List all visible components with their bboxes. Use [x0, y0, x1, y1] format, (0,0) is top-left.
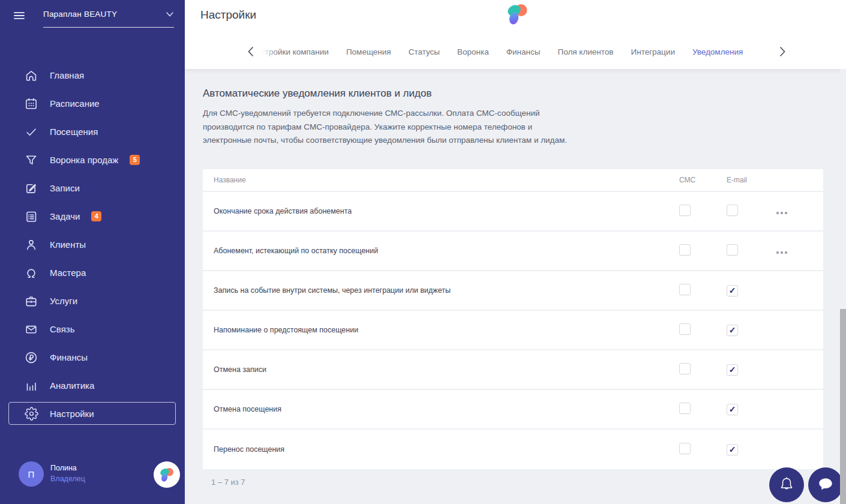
- paraplan-logo: [506, 2, 530, 29]
- tab-rooms[interactable]: Помещения: [346, 47, 391, 56]
- table-row: Напоминание о предстоящем посещении: [203, 311, 823, 350]
- tab-notifications[interactable]: Уведомления: [692, 47, 743, 56]
- tabs-bar: стройки компанииПомещенияСтатусыВоронкаФ…: [185, 37, 846, 66]
- funnel-icon: [24, 153, 38, 167]
- sms-checkbox[interactable]: [679, 244, 691, 256]
- sms-checkbox[interactable]: [679, 323, 691, 335]
- page-title: Настройки: [200, 8, 256, 22]
- table-row: Запись на событие внутри системы, через …: [203, 271, 823, 311]
- user-name: Полина: [50, 464, 77, 472]
- tab-finance[interactable]: Финансы: [506, 47, 541, 56]
- email-checkbox[interactable]: [727, 444, 738, 455]
- row-name: Напоминание о предстоящем посещении: [214, 326, 679, 334]
- tab-integrations[interactable]: Интеграции: [631, 47, 674, 56]
- pagination-label: 1 – 7 из 7: [211, 478, 245, 487]
- sms-checkbox[interactable]: [679, 443, 691, 454]
- sidebar-item-finance[interactable]: Финансы: [0, 343, 185, 371]
- sms-checkbox[interactable]: [679, 403, 691, 414]
- tab-funnel[interactable]: Воронка: [457, 47, 489, 56]
- hamburger-icon: [11, 8, 27, 23]
- table-row: Окончание срока действия абонемента: [203, 192, 823, 232]
- scrollbar-thumb[interactable]: [840, 309, 846, 504]
- tabs-list: стройки компанииПомещенияСтатусыВоронкаФ…: [261, 47, 743, 56]
- email-checkbox[interactable]: [727, 325, 738, 336]
- sidebar-item-clients[interactable]: Клиенты: [0, 230, 185, 259]
- row-menu-button[interactable]: [774, 251, 787, 254]
- check-icon: [24, 125, 38, 139]
- row-name: Абонемент, истекающий по остатку посещен…: [214, 247, 679, 255]
- sidebar-item-sales-funnel[interactable]: Воронка продаж 5: [0, 146, 185, 174]
- home-icon: [24, 68, 38, 83]
- section-heading: Автоматические уведомления клиентов и ли…: [203, 88, 431, 100]
- company-name: Параплан BEAUTY: [43, 10, 117, 19]
- table-header-row: Название СМС E-mail: [203, 169, 823, 192]
- row-name: Окончание срока действия абонемента: [214, 207, 679, 215]
- sidebar-item-analytics[interactable]: Аналитика: [0, 371, 185, 400]
- tabs-scroll-right-button[interactable]: [776, 44, 788, 59]
- sidebar-top: Параплан BEAUTY: [0, 0, 185, 35]
- row-menu-button[interactable]: [774, 212, 787, 214]
- sidebar-item-communication[interactable]: Связь: [0, 315, 185, 343]
- column-header-sms: СМС: [679, 176, 727, 184]
- briefcase-icon: [24, 294, 38, 308]
- email-checkbox[interactable]: [727, 244, 738, 256]
- column-header-email: E-mail: [727, 176, 774, 184]
- notifications-table: Название СМС E-mail Окончание срока дейс…: [203, 169, 823, 469]
- badge: 5: [130, 155, 140, 165]
- tab-company-settings[interactable]: стройки компании: [261, 47, 329, 56]
- chevron-right-icon: [779, 46, 786, 57]
- calendar-icon: [24, 97, 38, 111]
- sidebar-item-masters[interactable]: Мастера: [0, 259, 185, 287]
- chevron-down-icon: [166, 11, 174, 17]
- sidebar-item-home[interactable]: Главная: [0, 61, 185, 89]
- table-row: Абонемент, истекающий по остатку посещен…: [203, 232, 823, 271]
- mail-icon: [24, 322, 38, 337]
- sms-checkbox[interactable]: [679, 363, 691, 374]
- row-name: Отмена записи: [214, 365, 679, 374]
- avatar[interactable]: П: [19, 461, 44, 487]
- paraplan-logo-button[interactable]: [154, 461, 180, 488]
- sms-checkbox[interactable]: [679, 205, 691, 216]
- row-name: Запись на событие внутри системы, через …: [214, 286, 679, 295]
- email-checkbox[interactable]: [727, 404, 738, 415]
- user-role: Владелец: [50, 475, 85, 483]
- chart-icon: [24, 379, 38, 393]
- sidebar-item-tasks[interactable]: Задачи 4: [0, 202, 185, 230]
- master-icon: [24, 266, 38, 280]
- notifications-fab-button[interactable]: [769, 467, 804, 502]
- sidebar-item-settings[interactable]: Настройки: [0, 400, 185, 428]
- sidebar-item-visits[interactable]: Посещения: [0, 118, 185, 146]
- email-checkbox[interactable]: [727, 205, 738, 216]
- row-name: Перенос посещения: [214, 445, 679, 454]
- bell-icon: [779, 476, 794, 493]
- tasks-icon: [24, 209, 38, 224]
- table-row: Перенос посещения: [203, 430, 823, 469]
- chevron-left-icon: [247, 46, 254, 57]
- email-checkbox[interactable]: [727, 285, 738, 296]
- sidebar-item-services[interactable]: Услуги: [0, 287, 185, 315]
- edit-icon: [24, 181, 38, 196]
- sidebar-nav: Главная Расписание Посещения Воронка про…: [0, 61, 185, 428]
- chat-fab-button[interactable]: [808, 467, 843, 502]
- email-checkbox[interactable]: [727, 364, 738, 376]
- sidebar-item-schedule[interactable]: Расписание: [0, 89, 185, 118]
- section-description: Для СМС-уведомлений требуется подключени…: [203, 107, 574, 148]
- tab-client-fields[interactable]: Поля клиентов: [557, 47, 613, 56]
- header: Настройки стройки компанииПомещенияСтату…: [185, 0, 846, 69]
- menu-toggle-button[interactable]: [10, 7, 29, 25]
- person-icon: [24, 238, 38, 252]
- badge: 4: [91, 211, 101, 221]
- gear-icon: [24, 407, 38, 421]
- table-row: Отмена записи: [203, 350, 823, 390]
- user-panel: П Полина Владелец: [0, 454, 185, 504]
- sms-checkbox[interactable]: [679, 284, 691, 295]
- table-row: Отмена посещения: [203, 390, 823, 430]
- company-selector[interactable]: Параплан BEAUTY: [43, 6, 174, 28]
- ruble-icon: [24, 350, 38, 365]
- sidebar-item-records[interactable]: Записи: [0, 174, 185, 202]
- sidebar: Параплан BEAUTY Главная Расписание Посещ…: [0, 0, 185, 504]
- chat-icon: [817, 476, 835, 493]
- column-header-name: Название: [214, 176, 679, 184]
- tab-statuses[interactable]: Статусы: [409, 47, 440, 56]
- tabs-scroll-left-button[interactable]: [245, 44, 257, 59]
